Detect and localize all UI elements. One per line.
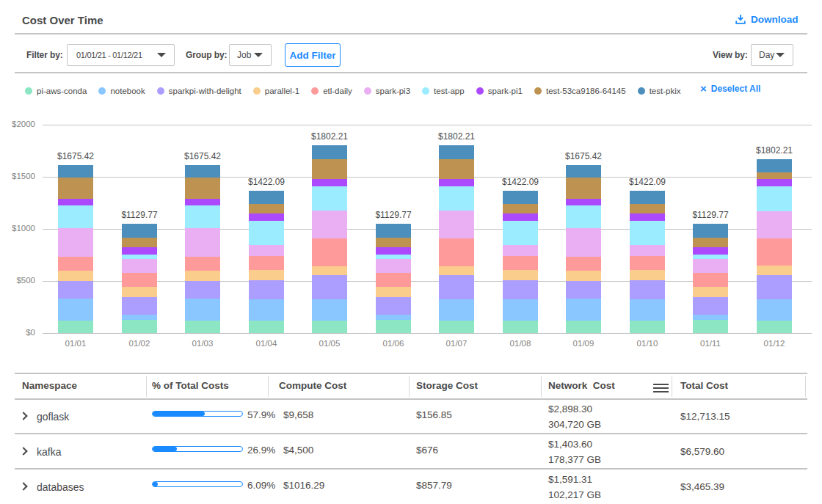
row-divider: [15, 468, 807, 470]
storage-cost-cell: $857.79: [416, 480, 452, 491]
namespace-cell: databases: [37, 481, 84, 493]
table-header-border: [15, 398, 807, 400]
progress-bar-kafka: [152, 446, 243, 452]
column-header-storage-cost[interactable]: Storage Cost: [416, 380, 478, 391]
column-divider: [541, 376, 542, 397]
total-cost-cell: $6,579.60: [680, 446, 724, 457]
network-gb-cell: 304,720 GB: [548, 419, 601, 430]
network-cost-cell: $1,403.60: [548, 439, 592, 450]
column-divider: [146, 376, 147, 397]
total-cost-cell: $12,713.15: [680, 411, 730, 422]
pct-cell: 26.9%: [247, 445, 275, 456]
network-gb-cell: 178,377 GB: [548, 454, 601, 465]
network-cost-cell: $2,898.30: [548, 403, 592, 414]
column-divider: [409, 376, 410, 397]
progress-fill: [153, 447, 177, 451]
pct-cell: 57.9%: [247, 409, 275, 420]
expand-chevron-goflask[interactable]: [19, 412, 27, 420]
column-header-compute-cost[interactable]: Compute Cost: [279, 380, 346, 391]
column-divider: [805, 376, 806, 397]
compute-cost-cell: $9,658: [283, 409, 313, 420]
expand-chevron-databases[interactable]: [19, 482, 27, 490]
column-header-pct-of-total-costs[interactable]: % of Total Costs: [152, 380, 229, 391]
column-divider: [268, 376, 269, 397]
column-header-network-cost[interactable]: Network Cost: [548, 380, 615, 391]
namespace-cost-table: Namespace% of Total CostsCompute CostSto…: [0, 0, 822, 504]
column-header-namespace[interactable]: Namespace: [22, 380, 77, 391]
row-divider: [15, 433, 807, 434]
progress-fill: [153, 482, 158, 486]
expand-chevron-kafka[interactable]: [19, 447, 27, 455]
compute-cost-cell: $1016.29: [283, 480, 324, 491]
namespace-cell: kafka: [37, 446, 61, 458]
table-top-border: [15, 373, 807, 374]
storage-cost-cell: $676: [416, 445, 438, 456]
column-menu-icon[interactable]: [653, 384, 669, 392]
progress-fill: [153, 412, 205, 416]
namespace-cell: goflask: [37, 411, 69, 423]
column-header-total-cost[interactable]: Total Cost: [680, 380, 728, 391]
storage-cost-cell: $156.85: [416, 409, 452, 420]
column-divider: [672, 376, 672, 397]
progress-bar-goflask: [152, 411, 243, 417]
network-gb-cell: 102,217 GB: [548, 489, 601, 500]
progress-bar-databases: [152, 481, 243, 487]
pct-cell: 6.09%: [247, 480, 275, 491]
compute-cost-cell: $4,500: [283, 445, 313, 456]
total-cost-cell: $3,465.39: [680, 481, 724, 492]
network-cost-cell: $1,591.31: [548, 474, 592, 485]
